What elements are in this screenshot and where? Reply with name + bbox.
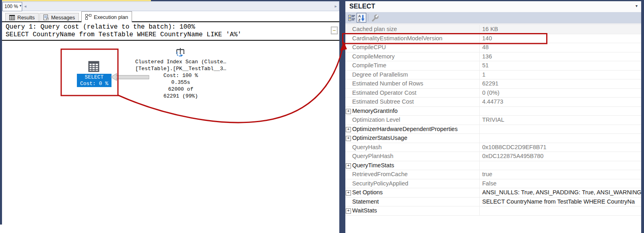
property-row[interactable]: SecurityPolicyAppliedFalse (345, 179, 641, 189)
property-value: 16 KB (480, 25, 641, 34)
property-pages-button[interactable] (370, 13, 380, 23)
ssms-execution-plan-window: 100 % ▾ ◂ ▸ Results (0, 0, 644, 233)
tab-label: Results (17, 15, 35, 21)
chevron-down-icon: ▾ (19, 4, 21, 8)
select-node-cost: Cost: 0 % (77, 81, 111, 87)
property-name: CompileCPU (345, 43, 480, 52)
property-row[interactable]: OptimizerStatsUsage+ (345, 134, 641, 143)
property-value: SELECT CountryName from TestTable WHERE … (480, 198, 641, 206)
property-name: Statement (345, 198, 480, 206)
property-value: 0x10B8CDC2D9EF8B71 (480, 143, 641, 152)
property-row[interactable]: Set Options+ANSI_NULLS: True, ANSI_PADDI… (345, 188, 641, 198)
property-row[interactable]: CompileTime51 (345, 61, 641, 71)
sort-az-icon: A Z (358, 14, 365, 22)
property-row[interactable]: WaitStats+ (345, 206, 641, 216)
alphabetical-sort-button[interactable]: A Z (357, 13, 366, 23)
clustered-index-scan-node[interactable]: Clustered Index Scan (Cluste…[TestTable]… (128, 58, 234, 100)
property-name: RetrievedFromCache (345, 170, 480, 179)
property-name: Degree of Parallelism (345, 71, 480, 79)
property-name: OptimizerHardwareDependentProperties+ (345, 125, 480, 134)
collapse-query-button[interactable]: ‒ (331, 27, 338, 34)
property-row[interactable]: Optimization LevelTRIVIAL (345, 116, 641, 125)
scroll-left-icon[interactable]: ◂ (24, 3, 27, 9)
property-value (480, 107, 641, 116)
execution-plan-pane: 100 % ▾ ◂ ▸ Results (2, 1, 339, 233)
results-tab-bar: Results Messages (2, 11, 339, 22)
property-row[interactable]: Degree of Parallelism1 (345, 71, 641, 80)
expand-plus-icon[interactable]: + (346, 208, 351, 214)
property-value (480, 125, 641, 134)
expand-plus-icon[interactable]: + (346, 163, 351, 169)
query-cost-text: Query 1: Query cost (relative to the bat… (6, 23, 195, 31)
tab-execution-plan[interactable]: Execution plan (81, 11, 132, 22)
property-row[interactable]: StatementSELECT CountryName from TestTab… (345, 198, 641, 207)
svg-text:A: A (358, 14, 361, 18)
property-row[interactable]: Estimated Operator Cost0 (0%) (345, 89, 641, 98)
property-row[interactable]: OptimizerHardwareDependentProperties+ (345, 125, 641, 134)
tab-messages[interactable]: Messages (39, 13, 79, 22)
property-value (480, 161, 641, 170)
property-value (480, 134, 641, 143)
properties-header: SELECT ▾ (345, 1, 641, 12)
scan-node-text-line: 0.355s (128, 79, 234, 86)
property-name: Set Options+ (345, 188, 480, 197)
property-row[interactable]: Estimated Subtree Cost4.44773 (345, 98, 641, 107)
property-row[interactable]: QueryTimeStats+ (345, 161, 641, 171)
chevron-down-icon[interactable]: ▾ (636, 4, 638, 8)
property-name: QueryHash (345, 143, 480, 152)
properties-panel-frame: SELECT ▾ (339, 0, 644, 233)
properties-toolbar: A Z (345, 12, 641, 23)
select-node[interactable]: SELECT Cost: 0 % (77, 74, 111, 87)
property-value: 136 (480, 52, 641, 61)
zoom-toolbar: 100 % ▾ ◂ ▸ (2, 1, 339, 11)
zoom-level-value: 100 % (4, 4, 18, 9)
scan-node-text-line: 62000 of (128, 86, 234, 93)
property-row[interactable]: CompileMemory136 (345, 52, 641, 62)
clustered-index-scan-icon[interactable] (174, 47, 186, 58)
expand-plus-icon[interactable]: + (346, 127, 351, 132)
tab-label: Messages (51, 15, 75, 21)
property-row[interactable]: CompileCPU48 (345, 43, 641, 52)
toolbar-separator (368, 14, 368, 21)
property-name: SecurityPolicyApplied (345, 179, 480, 188)
property-row[interactable]: QueryHash0x10B8CDC2D9EF8B71 (345, 143, 641, 152)
property-row[interactable]: Estimated Number of Rows62291 (345, 79, 641, 89)
scroll-right-icon[interactable]: ▸ (334, 3, 337, 9)
property-name: CompileTime (345, 61, 480, 70)
property-value: 0 (0%) (480, 89, 641, 98)
zoom-level-select[interactable]: 100 % ▾ (2, 2, 22, 11)
property-name: WaitStats+ (345, 206, 480, 215)
select-result-icon[interactable] (88, 61, 99, 72)
expand-plus-icon[interactable]: + (346, 109, 351, 114)
tab-label: Execution plan (94, 14, 128, 20)
property-value: 4.44773 (480, 98, 641, 106)
expand-plus-icon[interactable]: + (346, 190, 351, 196)
scan-node-text-line: Clustered Index Scan (Cluste… (128, 58, 234, 65)
property-name: Optimization Level (345, 116, 480, 125)
svg-text:Z: Z (358, 18, 361, 22)
property-value: 51 (480, 61, 641, 70)
wrench-icon (371, 14, 379, 22)
horizontal-scrollbar[interactable]: ◂ ▸ (23, 2, 339, 10)
property-row[interactable]: RetrievedFromCachetrue (345, 170, 641, 179)
plan-diagram-canvas[interactable]: SELECT Cost: 0 % Clustered Inde (2, 41, 339, 233)
property-name: Estimated Subtree Cost (345, 98, 480, 106)
property-name: QueryPlanHash (345, 152, 480, 161)
property-name: QueryTimeStats+ (345, 161, 480, 170)
results-grid-icon (9, 15, 15, 20)
categorized-view-button[interactable] (347, 13, 357, 23)
property-row[interactable]: Cached plan size16 KB (345, 25, 641, 34)
execution-plan-icon (85, 14, 91, 20)
property-row[interactable]: QueryPlanHash0xDC122875A495B780 (345, 152, 641, 161)
property-name: CompileMemory (345, 52, 480, 61)
properties-panel: SELECT ▾ (345, 1, 641, 233)
query-statement-text: SELECT CountryName from TestTable WHERE … (6, 31, 242, 38)
tab-results[interactable]: Results (5, 13, 39, 22)
property-value: ANSI_NULLS: True, ANSI_PADDING: True, AN… (480, 188, 641, 197)
expand-plus-icon[interactable]: + (346, 136, 351, 141)
property-row[interactable]: CardinalityEstimationModelVersion140 (345, 34, 641, 44)
property-value: False (480, 179, 641, 188)
property-value (480, 206, 641, 215)
property-row[interactable]: MemoryGrantInfo+ (345, 107, 641, 116)
property-name: CardinalityEstimationModelVersion (345, 34, 480, 43)
